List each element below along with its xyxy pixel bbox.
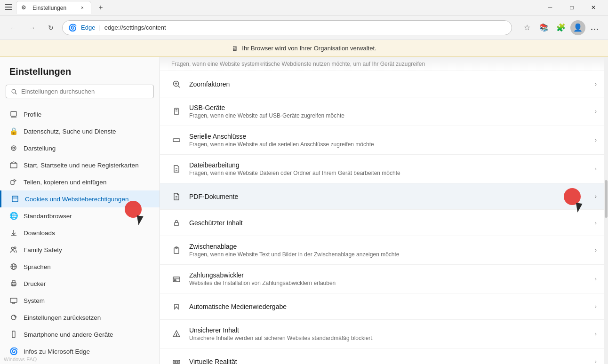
new-tab-button[interactable]: + [94,1,107,14]
window-controls: ─ □ ✕ [539,0,604,16]
sidebar-item-languages[interactable]: Sprachen [0,258,160,275]
search-input[interactable] [21,88,149,95]
clipboard-content: Zwischenablage Fragen, wenn eine Website… [189,243,587,258]
vr-icon [171,356,182,364]
svg-rect-43 [175,222,178,226]
svg-point-14 [12,247,14,250]
sidebar-item-profile[interactable]: Profile [0,106,160,123]
zoom-content: Zoomfaktoren [189,80,587,88]
settings-item-pdf[interactable]: PDF-Dokumente › [160,183,608,210]
sidebar-item-privacy[interactable]: 🔒 Datenschutz, Suche und Dienste [0,123,160,140]
sidebar-item-label: Cookies und Websiteberechtigungen [25,196,128,203]
settings-sidebar: Einstellungen Profile 🔒 Datenschutz, Suc… [0,57,160,364]
svg-rect-51 [173,360,180,364]
serial-icon [171,135,182,145]
media-content: Automatische Medienwiedergabe [189,303,587,310]
protected-arrow: › [595,220,597,226]
settings-item-unsafe[interactable]: Unsicherer Inhalt Unsichere Inhalte werd… [160,320,608,348]
serial-desc: Fragen, wenn eine Website auf die seriel… [189,141,587,148]
file-edit-title: Dateibearbeitung [189,161,587,169]
protected-icon [171,218,182,228]
settings-item-media[interactable]: Automatische Medienwiedergabe › [160,293,608,320]
svg-point-3 [12,89,16,93]
favorites-button[interactable]: ☆ [520,20,535,35]
media-arrow: › [595,303,597,310]
back-button[interactable]: ← [6,20,21,35]
sidebar-item-downloads[interactable]: Downloads [0,224,160,241]
collections-button[interactable]: 📚 [536,20,552,35]
forward-button[interactable]: → [24,20,40,35]
about-nav-icon: 🌀 [9,347,18,356]
pdf-content: PDF-Dokumente [189,193,587,200]
url-text: edge://settings/content [104,24,506,31]
sidebar-item-system[interactable]: System [0,292,160,309]
settings-item-serial[interactable]: Serielle Anschlüsse Fragen, wenn eine We… [160,126,608,155]
settings-content-area: Fragen, wenn eine Website systemkritisch… [160,57,608,364]
unsafe-icon [171,329,182,339]
settings-item-usb[interactable]: USB-Geräte Fragen, wenn eine Website auf… [160,97,608,126]
address-bar: ← → ↻ 🌀 Edge | edge://settings/content ☆… [0,16,608,40]
maximize-button[interactable]: □ [561,0,583,16]
title-bar: ⚙ Einstellungen × + ─ □ ✕ [0,0,608,16]
settings-item-file-edit[interactable]: Dateibearbeitung Fragen, wenn eine Websi… [160,155,608,183]
browser-name-label: Edge [81,24,95,31]
payment-content: Zahlungsabwickler Websites die Installat… [189,271,587,286]
payment-title: Zahlungsabwickler [189,271,587,279]
sidebar-item-label: Downloads [24,229,55,237]
sidebar-item-start[interactable]: Start, Startseite und neue Registerkarte… [0,157,160,174]
svg-rect-35 [173,139,180,142]
sidebar-toggle[interactable] [4,3,13,12]
settings-search-box[interactable] [6,85,154,98]
sidebar-item-reset[interactable]: Einstellungen zurücksetzen [0,309,160,326]
sidebar-item-label: Profile [24,111,41,118]
sidebar-item-cookies[interactable]: Cookies und Websiteberechtigungen [0,190,160,207]
svg-line-29 [178,86,180,87]
sidebar-item-label: Einstellungen zurücksetzen [24,314,101,321]
vr-arrow: › [595,358,597,364]
settings-item-payment[interactable]: Zahlungsabwickler Websites die Installat… [160,265,608,293]
minimize-button[interactable]: ─ [539,0,561,16]
close-button[interactable]: ✕ [583,0,604,16]
main-area: Einstellungen Profile 🔒 Datenschutz, Suc… [0,57,608,364]
settings-item-vr[interactable]: Virtuelle Realität › [160,348,608,364]
sidebar-item-about[interactable]: 🌀 Infos zu Microsoft Edge [0,343,160,360]
scrollbar-thumb[interactable] [605,180,608,218]
settings-item-protected[interactable]: Geschützter Inhalt › [160,210,608,236]
settings-item-zoom[interactable]: Zoomfaktoren › [160,71,608,97]
protected-title: Geschützter Inhalt [189,219,587,227]
sidebar-item-appearance[interactable]: Darstellung [0,140,160,157]
settings-title: Einstellungen [0,66,160,85]
unsafe-desc: Unsichere Inhalte werden auf sicheren We… [189,335,587,341]
refresh-button[interactable]: ↻ [43,20,58,35]
svg-line-4 [15,93,16,94]
reset-nav-icon [9,313,18,322]
zoom-icon [171,79,182,89]
tab-strip: ⚙ Einstellungen × + [4,1,107,14]
sidebar-item-phone[interactable]: Smartphone und andere Geräte [0,326,160,343]
scrollbar-track[interactable] [604,57,608,364]
clipboard-title: Zwischenablage [189,243,587,250]
address-input[interactable]: 🌀 Edge | edge://settings/content [62,20,512,35]
sidebar-item-share[interactable]: Teilen, kopieren und einfügen [0,174,160,190]
active-tab[interactable]: ⚙ Einstellungen × [16,1,91,14]
sidebar-item-default-browser[interactable]: 🌐 Standardbrowser [0,207,160,224]
more-button[interactable]: ... [587,20,602,35]
org-info-bar: 🖥 Ihr Browser wird von Ihrer Organisatio… [0,40,608,57]
svg-rect-44 [174,248,179,253]
sidebar-item-label: Infos zu Microsoft Edge [24,348,90,355]
svg-rect-0 [5,4,12,5]
tab-favicon: ⚙ [21,4,29,12]
settings-item-clipboard[interactable]: Zwischenablage Fragen, wenn eine Website… [160,236,608,265]
pdf-arrow: › [595,193,597,200]
sidebar-item-family-safety[interactable]: Family Safety [0,241,160,258]
sidebar-item-label: Smartphone und andere Geräte [24,331,113,338]
profile-nav-icon [9,110,18,119]
svg-rect-20 [12,284,15,286]
zoom-arrow: › [595,81,597,87]
tab-close-button[interactable]: × [79,4,86,12]
profile-button[interactable]: 👤 [570,20,585,35]
svg-rect-5 [11,111,16,116]
svg-point-53 [177,361,178,363]
sidebar-item-printer[interactable]: Drucker [0,275,160,292]
extensions-button[interactable]: 🧩 [553,20,568,35]
